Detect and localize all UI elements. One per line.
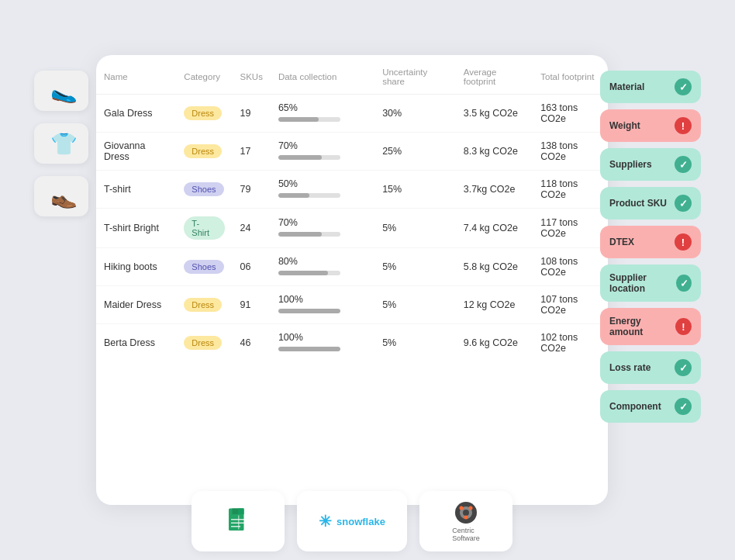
pants-icon: 🥿 xyxy=(48,75,79,106)
badge-loss-rate[interactable]: Loss rate ✓ xyxy=(600,351,701,384)
snowflake-logo-card[interactable]: ✳ snowflake xyxy=(297,491,407,551)
badge-label: Component xyxy=(609,401,661,412)
cell-skus: 17 xyxy=(233,133,271,171)
badge-component[interactable]: Component ✓ xyxy=(600,390,701,423)
sidebar-items: 🥿 👕 👞 xyxy=(34,71,88,216)
snowflake-text: snowflake xyxy=(336,516,385,527)
cell-total-footprint: 108 tons CO2e xyxy=(533,248,608,286)
cell-data-collection: 100% xyxy=(271,324,374,362)
data-table: Name Category SKUs Data collection Uncer… xyxy=(96,55,608,361)
cell-skus: 19 xyxy=(233,95,271,133)
cell-avg-footprint: 8.3 kg CO2e xyxy=(456,133,533,171)
cell-data-collection: 65% xyxy=(271,95,374,133)
cell-name: Maider Dress xyxy=(96,286,176,324)
svg-point-12 xyxy=(464,516,468,520)
cell-avg-footprint: 7.4 kg CO2e xyxy=(456,209,533,248)
badge-label: Suppliers xyxy=(609,159,652,170)
sidebar-item-pants[interactable]: 🥿 xyxy=(34,71,88,111)
cell-data-collection: 70% xyxy=(271,209,374,248)
cell-avg-footprint: 12 kg CO2e xyxy=(456,286,533,324)
cell-skus: 06 xyxy=(233,248,271,286)
tshirt-icon: 👕 xyxy=(48,128,79,159)
table-row[interactable]: Maider Dress Dress 91 100% 5% 12 kg CO2e… xyxy=(96,286,608,324)
cell-skus: 24 xyxy=(233,209,271,248)
check-icon: ✓ xyxy=(676,275,692,292)
check-icon: ✓ xyxy=(675,359,692,376)
centric-icon xyxy=(454,500,478,525)
cell-uncertainty: 15% xyxy=(374,171,456,209)
cell-total-footprint: 117 tons CO2e xyxy=(533,209,608,248)
google-sheets-logo[interactable] xyxy=(192,491,285,551)
cell-name: Berta Dress xyxy=(96,324,176,362)
check-icon: ✓ xyxy=(675,156,692,173)
cell-avg-footprint: 3.7kg CO2e xyxy=(456,171,533,209)
table-row[interactable]: Berta Dress Dress 46 100% 5% 9.6 kg CO2e… xyxy=(96,324,608,362)
badge-energy-amount[interactable]: Energy amount ! xyxy=(600,308,701,345)
cell-avg-footprint: 9.6 kg CO2e xyxy=(456,324,533,362)
cell-uncertainty: 5% xyxy=(374,286,456,324)
col-total-footprint: Total footprint xyxy=(533,55,608,95)
cell-category: Dress xyxy=(176,133,232,171)
cell-data-collection: 50% xyxy=(271,171,374,209)
table-row[interactable]: Hiking boots Shoes 06 80% 5% 5.8 kg CO2e… xyxy=(96,248,608,286)
right-panel: Material ✓ Weight ! Suppliers ✓ Product … xyxy=(600,71,701,423)
table-row[interactable]: Giovanna Dress Dress 17 70% 25% 8.3 kg C… xyxy=(96,133,608,171)
badge-label: Loss rate xyxy=(609,362,650,373)
col-avg-footprint: Average footprint xyxy=(456,55,533,95)
badge-dtex[interactable]: DTEX ! xyxy=(600,226,701,258)
centric-brand: CentricSoftware xyxy=(452,500,480,542)
cell-total-footprint: 163 tons CO2e xyxy=(533,95,608,133)
check-icon: ✓ xyxy=(675,195,692,212)
svg-rect-2 xyxy=(238,509,244,515)
cell-uncertainty: 25% xyxy=(374,133,456,171)
cell-data-collection: 70% xyxy=(271,133,374,171)
shoes-icon: 👞 xyxy=(48,181,79,212)
badge-weight[interactable]: Weight ! xyxy=(600,109,701,142)
cell-category: Shoes xyxy=(176,171,232,209)
col-name: Name xyxy=(96,55,176,95)
bottom-logos: ✳ snowflake CentricSoftware xyxy=(96,491,608,551)
cell-name: Gala Dress xyxy=(96,95,176,133)
cell-category: T-Shirt xyxy=(176,209,232,248)
cell-skus: 46 xyxy=(233,324,271,362)
centric-text: CentricSoftware xyxy=(452,527,480,542)
col-uncertainty: Uncertainty share xyxy=(374,55,456,95)
warning-icon: ! xyxy=(675,233,692,251)
badge-label: DTEX xyxy=(609,237,634,247)
cell-category: Shoes xyxy=(176,248,232,286)
cell-total-footprint: 107 tons CO2e xyxy=(533,286,608,324)
badge-label: Product SKU xyxy=(609,198,667,209)
cell-avg-footprint: 3.5 kg CO2e xyxy=(456,95,533,133)
badge-material[interactable]: Material ✓ xyxy=(600,71,701,103)
snowflake-brand: ✳ snowflake xyxy=(319,512,385,531)
warning-icon: ! xyxy=(675,117,692,134)
sidebar-item-tshirt[interactable]: 👕 xyxy=(34,123,88,164)
col-skus: SKUs xyxy=(233,55,271,95)
main-card: Name Category SKUs Data collection Uncer… xyxy=(96,55,608,505)
cell-data-collection: 80% xyxy=(271,248,374,286)
table-header-row: Name Category SKUs Data collection Uncer… xyxy=(96,55,608,95)
badge-label: Weight xyxy=(609,120,640,131)
sheets-icon xyxy=(224,507,252,535)
cell-uncertainty: 5% xyxy=(374,324,456,362)
cell-avg-footprint: 5.8 kg CO2e xyxy=(456,248,533,286)
centric-logo-card[interactable]: CentricSoftware xyxy=(419,491,512,551)
sidebar-item-shoes[interactable]: 👞 xyxy=(34,176,88,216)
cell-category: Dress xyxy=(176,324,232,362)
table-row[interactable]: T-shirt Bright T-Shirt 24 70% 5% 7.4 kg … xyxy=(96,209,608,248)
badge-product-sku[interactable]: Product SKU ✓ xyxy=(600,187,701,220)
cell-total-footprint: 118 tons CO2e xyxy=(533,171,608,209)
badge-supplier-location[interactable]: Supplier location ✓ xyxy=(600,264,701,302)
badge-suppliers[interactable]: Suppliers ✓ xyxy=(600,148,701,181)
cell-category: Dress xyxy=(176,286,232,324)
check-icon: ✓ xyxy=(675,398,692,415)
table-row[interactable]: T-shirt Shoes 79 50% 15% 3.7kg CO2e 118 … xyxy=(96,171,608,209)
table-row[interactable]: Gala Dress Dress 19 65% 30% 3.5 kg CO2e … xyxy=(96,95,608,133)
svg-point-10 xyxy=(459,506,463,510)
badge-label: Supplier location xyxy=(609,272,676,294)
cell-name: Hiking boots xyxy=(96,248,176,286)
cell-total-footprint: 102 tons CO2e xyxy=(533,324,608,362)
cell-uncertainty: 5% xyxy=(374,248,456,286)
col-category: Category xyxy=(176,55,232,95)
cell-name: T-shirt xyxy=(96,171,176,209)
